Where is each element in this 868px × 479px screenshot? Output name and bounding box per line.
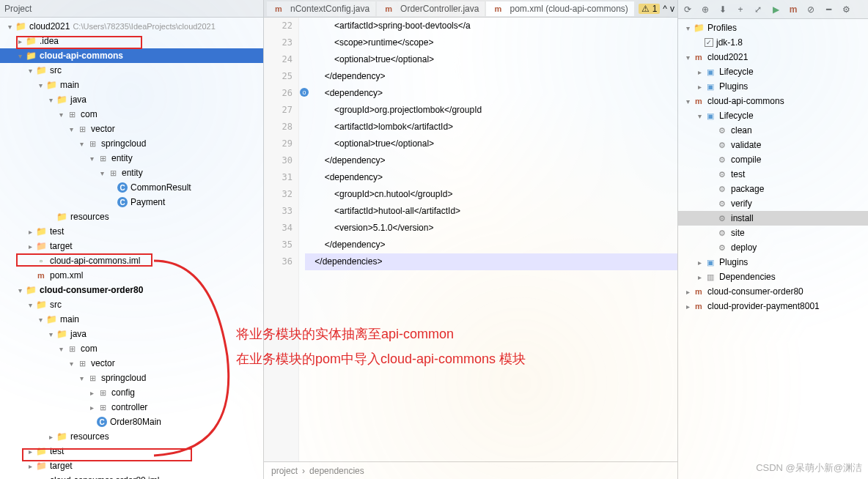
arrow-icon[interactable] xyxy=(45,433,56,441)
breadcrumb-item[interactable]: project xyxy=(271,466,298,476)
settings-icon[interactable]: ⚙ xyxy=(839,3,853,16)
arrow-icon[interactable] xyxy=(66,360,76,368)
tree-row[interactable]: main xyxy=(0,78,263,92)
tree-row[interactable]: entity xyxy=(0,151,263,166)
code-line[interactable]: <dependency> xyxy=(305,85,677,102)
arrow-icon[interactable] xyxy=(15,37,25,45)
arrow-icon[interactable] xyxy=(694,273,705,281)
maven-row[interactable]: Plugins xyxy=(678,255,868,270)
maven-toolbar[interactable]: ⟳ ⊕ ⬇ + ⤢ ▶ m ⊘ ━ ⚙ xyxy=(678,0,868,19)
code-line[interactable]: <dependency> xyxy=(305,169,677,186)
arrow-icon[interactable] xyxy=(683,24,693,32)
run-icon[interactable]: ▶ xyxy=(769,3,782,16)
tree-row[interactable]: pom.xml xyxy=(0,268,263,283)
arrow-icon[interactable] xyxy=(66,125,76,133)
code-line[interactable]: </dependency> xyxy=(305,237,677,253)
code-area[interactable]: <artifactId>spring-boot-devtools</a <sco… xyxy=(299,18,677,461)
tree-row[interactable]: cloud-api-commons.iml xyxy=(0,253,263,268)
maven-row[interactable]: validate xyxy=(678,138,868,152)
tree-row[interactable]: config xyxy=(0,385,263,400)
plus-icon[interactable]: + xyxy=(734,3,747,16)
code-line[interactable]: <scope>runtime</scope> xyxy=(305,34,677,51)
code-editor[interactable]: 2223242526o27282930313233343536 <artifac… xyxy=(264,18,677,461)
tree-row[interactable]: vector xyxy=(0,356,263,371)
arrow-icon[interactable] xyxy=(76,374,87,382)
arrow-icon[interactable] xyxy=(35,81,45,89)
arrow-icon[interactable] xyxy=(35,316,45,324)
tree-row[interactable]: .idea xyxy=(0,34,263,48)
arrow-icon[interactable] xyxy=(25,67,35,75)
arrow-icon[interactable] xyxy=(56,111,66,119)
arrow-icon[interactable] xyxy=(25,301,35,309)
maven-row[interactable]: cloud2021 xyxy=(678,50,868,64)
arrow-icon[interactable] xyxy=(694,259,705,267)
tree-row[interactable]: test xyxy=(0,224,263,239)
collapse-icon[interactable]: ━ xyxy=(822,3,835,16)
code-line[interactable]: </dependency> xyxy=(305,152,677,169)
tree-row[interactable]: controller xyxy=(0,400,263,415)
tree-row[interactable]: CommonResult xyxy=(0,180,263,195)
arrow-icon[interactable] xyxy=(87,404,97,412)
arrow-icon[interactable] xyxy=(87,155,97,163)
tree-row[interactable]: java xyxy=(0,92,263,107)
tree-row[interactable]: test xyxy=(0,444,263,458)
warning-badge[interactable]: ⚠ 1 xyxy=(639,4,660,14)
code-line[interactable]: </dependencies> xyxy=(305,253,677,270)
tree-row[interactable]: main xyxy=(0,312,263,327)
tree-row[interactable]: cloud-consumer-order80.iml xyxy=(0,473,263,479)
editor-tabs[interactable]: nContextConfig.javaOrderController.javap… xyxy=(264,0,677,18)
reload-icon[interactable]: ⟳ xyxy=(681,3,694,16)
tree-row[interactable]: java xyxy=(0,327,263,341)
maven-row[interactable]: site xyxy=(678,226,868,240)
arrow-icon[interactable] xyxy=(15,286,25,294)
code-line[interactable]: </dependency> xyxy=(305,68,677,85)
next-icon[interactable]: v xyxy=(670,4,674,14)
arrow-icon[interactable] xyxy=(4,23,15,31)
download-icon[interactable]: ⬇ xyxy=(716,3,729,16)
breadcrumb[interactable]: project › dependencies xyxy=(264,461,677,479)
tree-row[interactable]: com xyxy=(0,341,263,356)
arrow-icon[interactable] xyxy=(87,389,97,397)
prev-icon[interactable]: ^ xyxy=(663,4,667,14)
arrow-icon[interactable] xyxy=(25,242,35,250)
code-line[interactable]: <artifactId>hutool-all</artifactId> xyxy=(305,203,677,220)
tree-row[interactable]: target xyxy=(0,239,263,253)
arrow-icon[interactable] xyxy=(694,83,705,91)
tree-row[interactable]: Payment xyxy=(0,195,263,209)
maven-row[interactable]: Lifecycle xyxy=(678,64,868,79)
tree-row[interactable]: cloud-consumer-order80 xyxy=(0,283,263,297)
arrow-icon[interactable] xyxy=(25,448,35,456)
arrow-icon[interactable] xyxy=(45,96,56,104)
maven-row[interactable]: install xyxy=(678,211,868,226)
arrow-icon[interactable] xyxy=(25,228,35,236)
tree-row[interactable]: cloud-api-commons xyxy=(0,48,263,63)
maven-row[interactable]: deploy xyxy=(678,240,868,255)
checkbox[interactable]: ✓ xyxy=(705,38,713,47)
tree-row[interactable]: src xyxy=(0,63,263,78)
code-line[interactable]: <groupId>cn.hutool</groupId> xyxy=(305,186,677,203)
arrow-icon[interactable] xyxy=(97,169,107,177)
arrow-icon[interactable] xyxy=(694,68,705,76)
arrow-icon[interactable] xyxy=(25,462,35,470)
maven-row[interactable]: clean xyxy=(678,123,868,138)
tree-row[interactable]: target xyxy=(0,458,263,473)
maven-row[interactable]: package xyxy=(678,182,868,196)
code-line[interactable]: <optional>true</optional> xyxy=(305,135,677,152)
arrow-icon[interactable] xyxy=(683,53,693,62)
arrow-icon[interactable] xyxy=(76,140,87,148)
arrow-icon[interactable] xyxy=(683,97,693,105)
maven-row[interactable]: cloud-provider-payment8001 xyxy=(678,299,868,313)
arrow-icon[interactable] xyxy=(683,288,693,296)
tree-row[interactable]: resources xyxy=(0,429,263,444)
maven-icon[interactable]: m xyxy=(787,3,800,16)
maven-row[interactable]: Dependencies xyxy=(678,270,868,284)
editor-tab[interactable]: pom.xml (cloud-api-commons) xyxy=(486,1,633,16)
maven-row[interactable]: ✓jdk-1.8 xyxy=(678,35,868,50)
tree-row[interactable]: springcloud xyxy=(0,371,263,385)
tree-row[interactable]: src xyxy=(0,297,263,312)
tree-row[interactable]: springcloud xyxy=(0,136,263,151)
maven-tree[interactable]: Profiles✓jdk-1.8cloud2021LifecyclePlugin… xyxy=(678,19,868,479)
tree-row[interactable]: entity xyxy=(0,166,263,180)
maven-row[interactable]: cloud-consumer-order80 xyxy=(678,284,868,299)
maven-row[interactable]: Profiles xyxy=(678,21,868,35)
